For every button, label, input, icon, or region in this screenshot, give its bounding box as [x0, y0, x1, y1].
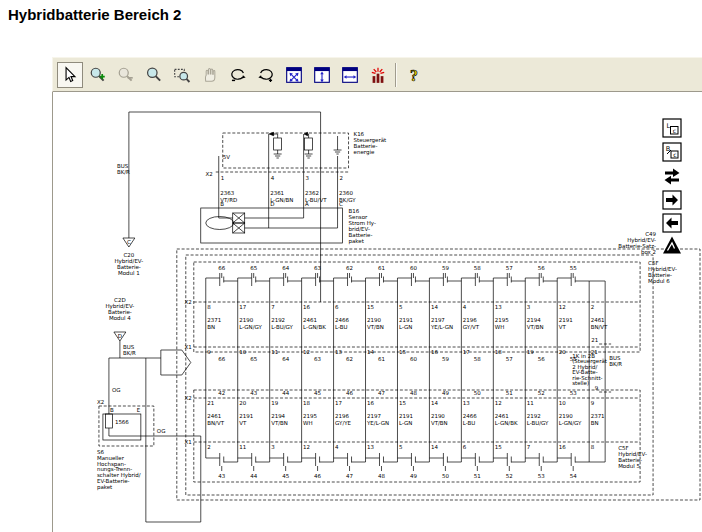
fit-page-tool[interactable]: [281, 62, 307, 88]
fit-height-tool[interactable]: [309, 62, 335, 88]
zoom-tool[interactable]: [141, 62, 167, 88]
zoom-in-tool[interactable]: [85, 62, 111, 88]
svg-text:2360: 2360: [339, 190, 353, 196]
svg-text:2371: 2371: [591, 413, 605, 419]
svg-text:11: 11: [527, 400, 534, 406]
svg-text:60: 60: [410, 356, 417, 362]
rotate-minus-icon: [229, 66, 247, 84]
svg-text:15: 15: [399, 400, 406, 406]
svg-text:c: c: [673, 151, 676, 158]
svg-text:2190: 2190: [239, 317, 253, 323]
previous-sheet-button[interactable]: [662, 213, 682, 235]
svg-text:51: 51: [506, 390, 513, 396]
svg-text:2362: 2362: [305, 190, 319, 196]
fit-width-icon: [341, 66, 359, 84]
svg-text:X2: X2: [185, 299, 192, 305]
svg-text:Modul 5: Modul 5: [618, 463, 640, 469]
svg-text:A: A: [305, 201, 309, 207]
svg-text:16: 16: [303, 304, 310, 310]
swap-arrows-icon: [662, 166, 682, 186]
svg-text:WH: WH: [303, 420, 313, 426]
svg-text:2195: 2195: [495, 317, 509, 323]
svg-text:2461: 2461: [207, 413, 221, 419]
svg-text:Modul 4: Modul 4: [109, 315, 131, 321]
svg-text:18: 18: [495, 349, 502, 355]
connector-view-bottom-button[interactable]: Bc: [662, 142, 682, 164]
svg-text:YE/L-GN: YE/L-GN: [430, 324, 453, 330]
svg-text:61: 61: [378, 356, 385, 362]
svg-text:2: 2: [340, 175, 343, 181]
svg-text:17: 17: [239, 304, 246, 310]
svg-text:55: 55: [570, 265, 577, 271]
svg-text:53: 53: [538, 473, 545, 479]
svg-text:OG: OG: [112, 387, 121, 393]
swap-sheets-button[interactable]: [662, 166, 682, 188]
zoom-out-icon: [117, 66, 135, 84]
hotspot-button[interactable]: [662, 235, 682, 257]
svg-text:2194: 2194: [527, 317, 541, 323]
svg-text:OG: OG: [157, 428, 166, 434]
svg-text:50: 50: [442, 473, 449, 479]
connector-view-top-button[interactable]: Lc: [662, 118, 682, 140]
zoom-out-tool[interactable]: [113, 62, 139, 88]
svg-text:11: 11: [239, 444, 246, 450]
wiring-diagram: BUSBK/RCC20Hybrid/EV-Batterie-Modul 1K16…: [53, 92, 702, 532]
highlight-tool[interactable]: [365, 62, 391, 88]
svg-text:20: 20: [559, 349, 566, 355]
svg-text:43: 43: [218, 473, 225, 479]
svg-text:2363: 2363: [220, 190, 234, 196]
toolbar-separator: [395, 63, 397, 87]
svg-text:56: 56: [538, 265, 545, 271]
svg-text:16: 16: [367, 400, 374, 406]
svg-text:2191: 2191: [239, 413, 253, 419]
fit-width-tool[interactable]: [337, 62, 363, 88]
svg-text:WH: WH: [495, 324, 505, 330]
svg-text:9: 9: [207, 349, 211, 355]
svg-text:C: C: [127, 239, 131, 245]
svg-text:13: 13: [367, 444, 374, 450]
svg-text:4: 4: [463, 304, 467, 310]
svg-text:15: 15: [399, 349, 406, 355]
svg-text:L-GN: L-GN: [399, 324, 412, 330]
svg-text:4: 4: [335, 444, 339, 450]
svg-text:2191: 2191: [399, 317, 413, 323]
svg-text:16: 16: [431, 349, 438, 355]
zoom-window-tool[interactable]: [169, 62, 195, 88]
help-button[interactable]: ?: [401, 62, 427, 88]
svg-text:1566: 1566: [115, 419, 129, 425]
rotate-minus-tool[interactable]: [225, 62, 251, 88]
svg-text:2: 2: [207, 444, 210, 450]
svg-text:20: 20: [239, 400, 246, 406]
svg-text:21: 21: [591, 337, 598, 343]
svg-text:57: 57: [506, 265, 513, 271]
svg-text:2190: 2190: [367, 317, 381, 323]
svg-text:44: 44: [250, 473, 257, 479]
svg-text:48: 48: [378, 473, 385, 479]
svg-text:X2: X2: [97, 399, 104, 405]
svg-text:51: 51: [474, 473, 481, 479]
rotate-plus-icon: [257, 66, 275, 84]
svg-text:12: 12: [559, 304, 566, 310]
svg-text:13: 13: [495, 304, 502, 310]
arrow-left-icon: [662, 213, 682, 233]
svg-text:L-BU: L-BU: [335, 324, 348, 330]
svg-text:60: 60: [410, 265, 417, 271]
next-sheet-button[interactable]: [662, 190, 682, 212]
diagram-canvas[interactable]: BUSBK/RCC20Hybrid/EV-Batterie-Modul 1K16…: [52, 92, 702, 532]
svg-text:48: 48: [410, 390, 417, 396]
svg-text:12: 12: [303, 444, 310, 450]
svg-text:59: 59: [442, 356, 449, 362]
svg-text:64: 64: [282, 265, 289, 271]
svg-text:paket: paket: [349, 238, 365, 245]
svg-text:45: 45: [314, 390, 321, 396]
svg-text:VT/BN: VT/BN: [527, 324, 544, 330]
select-tool[interactable]: [57, 62, 83, 88]
svg-text:52: 52: [538, 390, 545, 396]
svg-text:12: 12: [495, 400, 502, 406]
svg-text:2192: 2192: [527, 413, 541, 419]
svg-text:L-BU/GY: L-BU/GY: [271, 324, 293, 330]
svg-text:3: 3: [271, 444, 275, 450]
svg-text:6: 6: [335, 304, 339, 310]
pan-tool[interactable]: [197, 62, 223, 88]
rotate-plus-tool[interactable]: [253, 62, 279, 88]
